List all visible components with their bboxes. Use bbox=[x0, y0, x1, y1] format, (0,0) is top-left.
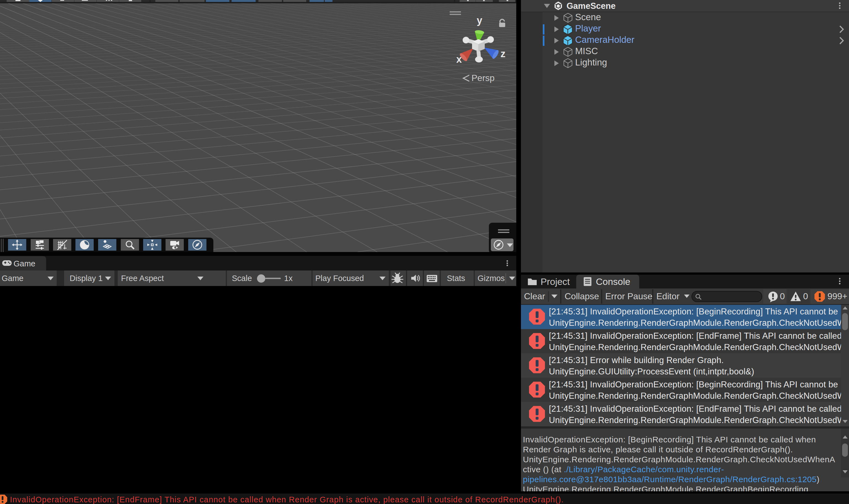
svg-text:y: y bbox=[477, 15, 482, 26]
svg-text:x: x bbox=[456, 54, 462, 65]
svg-text:z: z bbox=[501, 48, 505, 59]
